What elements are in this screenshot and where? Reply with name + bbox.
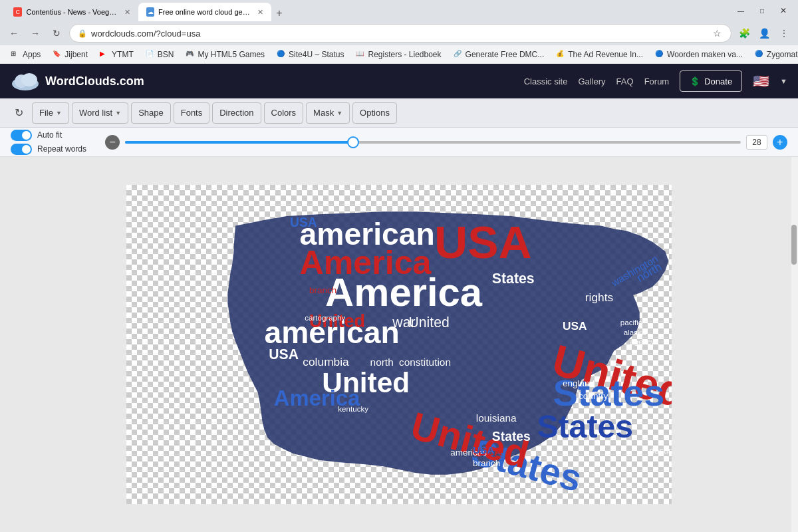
colors-label: Colors bbox=[271, 108, 297, 118]
shape-button[interactable]: Shape bbox=[131, 102, 171, 124]
bookmark-favicon-html5: 🎮 bbox=[186, 50, 195, 59]
minimize-button[interactable]: — bbox=[732, 5, 750, 17]
header-gallery-link[interactable]: Gallery bbox=[578, 76, 605, 86]
word-agency: agency bbox=[630, 338, 655, 346]
tab-close-contentius[interactable]: ✕ bbox=[124, 8, 130, 17]
slider-fill bbox=[125, 141, 353, 144]
address-box[interactable]: 🔒 wordclouds.com/?cloud=usa ☆ bbox=[69, 24, 732, 43]
header-classic-site-link[interactable]: Classic site bbox=[524, 76, 568, 86]
repeat-words-toggle[interactable] bbox=[11, 144, 32, 155]
word-constitution: constitution bbox=[399, 356, 451, 368]
tab-close-wordclouds[interactable]: ✕ bbox=[257, 8, 263, 17]
bookmark-zygomatic[interactable]: 🔵 Zygomatic 3rd Part... bbox=[749, 47, 798, 62]
header-forum-link[interactable]: Forum bbox=[644, 76, 670, 86]
scrollbar-thumb[interactable] bbox=[791, 225, 797, 265]
address-right: ☆ bbox=[712, 27, 723, 40]
svg-point-2 bbox=[21, 73, 37, 86]
direction-button[interactable]: Direction bbox=[212, 102, 261, 124]
bookmark-label-jijbent: Jijbent bbox=[65, 50, 88, 59]
close-button[interactable]: ✕ bbox=[774, 5, 793, 17]
word-states-blue-right: States bbox=[537, 408, 633, 444]
bookmark-favicon-zygomatic: 🔵 bbox=[755, 50, 764, 59]
word-cloud-svg: USA american America USA States America … bbox=[126, 185, 672, 504]
bookmark-favicon-adrevenue: 💰 bbox=[556, 50, 565, 59]
tab-title-contentius: Contentius - News - Voeg toe bbox=[26, 8, 118, 16]
bookmark-html5games[interactable]: 🎮 My HTML5 Games bbox=[180, 47, 270, 62]
donate-button[interactable]: 💲 Donate bbox=[680, 70, 742, 92]
bookmark-woorden[interactable]: 🔵 Woorden maken va... bbox=[650, 47, 748, 62]
bookmark-apps[interactable]: ⊞ Apps bbox=[5, 47, 46, 62]
bookmark-bsn[interactable]: 📄 BSN bbox=[140, 47, 180, 62]
header-faq-link[interactable]: FAQ bbox=[616, 76, 634, 86]
bookmark-registers[interactable]: 📖 Registers - Liedboek bbox=[350, 47, 446, 62]
word-usa-alt: USA bbox=[473, 444, 495, 456]
extensions-icon[interactable]: 🧩 bbox=[735, 25, 753, 42]
tab-wordclouds[interactable]: ☁ Free online word cloud generator ✕ bbox=[138, 3, 271, 21]
bookmark-label-adrevenue: The Ad Revenue In... bbox=[568, 50, 643, 59]
word-list-label: Word list bbox=[79, 108, 112, 118]
word-pacific: pacific bbox=[620, 319, 642, 327]
flag-icon: 🇺🇸 bbox=[753, 73, 769, 89]
canvas-area: USA american America USA States America … bbox=[0, 157, 798, 532]
word-list-button[interactable]: Word list ▼ bbox=[72, 102, 128, 124]
maximize-button[interactable]: □ bbox=[753, 5, 771, 17]
bookmarks-bar: ⊞ Apps 🔖 Jijbent ▶ YTMT 📄 BSN 🎮 My HTML5… bbox=[0, 45, 798, 64]
profile-icon[interactable]: 👤 bbox=[755, 25, 773, 42]
flag-dropdown-icon[interactable]: ▼ bbox=[780, 77, 787, 85]
new-tab-button[interactable]: + bbox=[271, 5, 287, 21]
logo-cloud-icon bbox=[11, 70, 40, 92]
auto-fit-toggle[interactable] bbox=[11, 130, 32, 141]
slider-plus-button[interactable]: + bbox=[773, 135, 787, 150]
word-kentucky: kentucky bbox=[338, 405, 368, 413]
word-branch2: branch bbox=[473, 458, 500, 468]
options-button[interactable]: Options bbox=[352, 102, 397, 124]
bookmark-label-html5: My HTML5 Games bbox=[198, 50, 265, 59]
word-north: north bbox=[370, 356, 394, 368]
bookmark-ytmt[interactable]: ▶ YTMT bbox=[94, 47, 139, 62]
word-branch: branch bbox=[309, 285, 336, 295]
slider-track[interactable] bbox=[125, 141, 741, 144]
slider-value: 28 bbox=[746, 135, 767, 150]
bookmark-favicon-ytmt: ▶ bbox=[100, 50, 109, 59]
options-label: Options bbox=[360, 108, 390, 118]
tab-favicon-contentius: C bbox=[13, 7, 22, 17]
slider-minus-button[interactable]: − bbox=[105, 135, 120, 150]
word-columbia: columbia bbox=[303, 355, 349, 368]
shape-label: Shape bbox=[138, 108, 164, 118]
mask-button[interactable]: Mask ▼ bbox=[306, 102, 350, 124]
tab-title-wordclouds: Free online word cloud generator bbox=[158, 8, 251, 16]
forward-button[interactable]: → bbox=[27, 25, 44, 42]
bookmark-favicon-bsn: 📄 bbox=[146, 50, 155, 59]
site-logo: WordClouds.com bbox=[11, 70, 144, 92]
fonts-button[interactable]: Fonts bbox=[174, 102, 210, 124]
file-button[interactable]: File ▼ bbox=[32, 102, 69, 124]
mask-label: Mask bbox=[313, 108, 334, 118]
bookmark-freedmc[interactable]: 🔗 Generate Free DMC... bbox=[448, 47, 550, 62]
star-icon[interactable]: ☆ bbox=[712, 27, 723, 40]
bookmark-label-freedmc: Generate Free DMC... bbox=[466, 50, 545, 59]
address-bar-row: ← → ↻ 🔒 wordclouds.com/?cloud=usa ☆ 🧩 👤 … bbox=[0, 21, 798, 45]
page-scrollbar[interactable] bbox=[791, 157, 798, 532]
refresh-button[interactable]: ↻ bbox=[48, 25, 65, 42]
slider-thumb[interactable] bbox=[347, 136, 359, 148]
lock-icon: 🔒 bbox=[78, 29, 87, 38]
site-logo-text: WordClouds.com bbox=[45, 74, 144, 88]
bookmark-site4u[interactable]: 🔵 Site4U – Status bbox=[271, 47, 349, 62]
bookmark-label-woorden: Woorden maken va... bbox=[667, 50, 743, 59]
back-button[interactable]: ← bbox=[5, 25, 23, 42]
bookmark-adrevenue[interactable]: 💰 The Ad Revenue In... bbox=[551, 47, 648, 62]
bookmark-label-zygomatic: Zygomatic 3rd Part... bbox=[767, 50, 798, 59]
tab-contentius[interactable]: C Contentius - News - Voeg toe ✕ bbox=[5, 3, 138, 21]
direction-label: Direction bbox=[219, 108, 253, 118]
bookmark-jijbent[interactable]: 🔖 Jijbent bbox=[47, 47, 93, 62]
refresh-icon[interactable]: ↻ bbox=[8, 102, 29, 124]
browser-frame: C Contentius - News - Voeg toe ✕ ☁ Free … bbox=[0, 0, 798, 532]
colors-button[interactable]: Colors bbox=[264, 102, 304, 124]
word-list-dropdown-icon: ▼ bbox=[115, 110, 121, 116]
bookmark-label-apps: Apps bbox=[23, 50, 41, 59]
menu-icon[interactable]: ⋮ bbox=[775, 25, 793, 42]
tab-bar: C Contentius - News - Voeg toe ✕ ☁ Free … bbox=[5, 0, 729, 21]
site-header: WordClouds.com Classic site Gallery FAQ … bbox=[0, 64, 798, 98]
mask-dropdown-icon: ▼ bbox=[336, 110, 342, 116]
word-usa-right: USA bbox=[563, 319, 587, 332]
